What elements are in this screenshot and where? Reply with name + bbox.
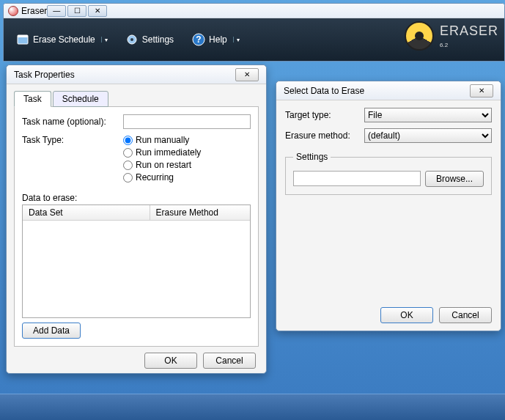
erase-schedule-label: Erase Schedule bbox=[33, 34, 95, 45]
brand-name: ERASER bbox=[440, 23, 498, 39]
tab-schedule[interactable]: Schedule bbox=[53, 91, 108, 107]
app-title: Eraser bbox=[21, 6, 47, 16]
titlebar: Eraser — ☐ ✕ bbox=[4, 4, 504, 18]
erase-schedule-menu[interactable]: Erase Schedule ▾ bbox=[11, 29, 111, 50]
tab-task[interactable]: Task bbox=[14, 91, 51, 107]
col-dataset[interactable]: Data Set bbox=[23, 205, 150, 220]
path-input[interactable] bbox=[293, 171, 421, 186]
radiation-icon bbox=[405, 21, 434, 51]
target-type-select[interactable]: File bbox=[364, 108, 492, 122]
list-header: Data Set Erasure Method bbox=[23, 205, 250, 221]
target-type-label: Target type: bbox=[285, 110, 358, 120]
dialog-titlebar: Select Data to Erase ✕ bbox=[276, 81, 501, 100]
browse-button[interactable]: Browse... bbox=[425, 171, 484, 187]
settings-label: Settings bbox=[142, 34, 174, 45]
radio-run-immediately-label: Run immediately bbox=[136, 147, 201, 158]
data-list[interactable]: Data Set Erasure Method bbox=[22, 205, 251, 318]
svg-text:?: ? bbox=[196, 34, 201, 45]
gear-icon bbox=[125, 32, 139, 47]
erasure-method-label: Erasure method: bbox=[285, 130, 358, 141]
dialog-title: Select Data to Erase bbox=[284, 86, 470, 96]
help-icon: ? bbox=[191, 32, 206, 47]
tab-panel-task: Task name (optional): Task Type: Run man… bbox=[14, 106, 259, 347]
svg-rect-1 bbox=[18, 35, 28, 37]
dialog-title: Task Properties bbox=[14, 70, 235, 80]
radio-recurring[interactable] bbox=[123, 173, 133, 183]
ok-button[interactable]: OK bbox=[144, 353, 197, 369]
ok-button[interactable]: OK bbox=[380, 307, 433, 323]
radio-run-on-restart-label: Run on restart bbox=[136, 160, 191, 170]
calendar-icon bbox=[15, 32, 30, 47]
erasure-method-select[interactable]: (default) bbox=[364, 128, 492, 143]
close-button[interactable]: ✕ bbox=[470, 84, 493, 97]
task-name-input[interactable] bbox=[123, 114, 251, 129]
taskbar[interactable] bbox=[0, 394, 505, 420]
app-close-button[interactable]: ✕ bbox=[88, 5, 107, 17]
cancel-button[interactable]: Cancel bbox=[439, 307, 492, 323]
svg-point-3 bbox=[130, 38, 133, 41]
radio-run-manually[interactable] bbox=[123, 136, 133, 145]
select-data-dialog: Select Data to Erase ✕ Target type: File… bbox=[276, 81, 501, 331]
task-type-label: Task Type: bbox=[22, 135, 117, 145]
settings-legend: Settings bbox=[293, 152, 331, 162]
radio-run-manually-label: Run manually bbox=[136, 135, 189, 145]
maximize-button[interactable]: ☐ bbox=[67, 5, 86, 17]
tabs: Task Schedule bbox=[14, 91, 259, 107]
chevron-down-icon: ▾ bbox=[233, 37, 239, 43]
settings-fieldset: Settings Browse... bbox=[285, 152, 492, 195]
brand-logo: ERASER 6.2 bbox=[405, 21, 498, 51]
help-menu[interactable]: ? Help ▾ bbox=[187, 29, 243, 50]
brand-version: 6.2 bbox=[440, 42, 448, 48]
data-to-erase-label: Data to erase: bbox=[22, 193, 251, 203]
main-window: Eraser — ☐ ✕ Erase Schedule ▾ Settings ?… bbox=[3, 3, 505, 62]
app-icon bbox=[8, 6, 18, 16]
minimize-button[interactable]: — bbox=[47, 5, 66, 17]
settings-menu[interactable]: Settings bbox=[120, 29, 178, 50]
help-label: Help bbox=[209, 34, 227, 45]
task-properties-dialog: Task Properties ✕ Task Schedule Task nam… bbox=[6, 65, 267, 374]
dialog-titlebar: Task Properties ✕ bbox=[7, 65, 266, 84]
radio-run-immediately[interactable] bbox=[123, 148, 133, 158]
chevron-down-icon: ▾ bbox=[101, 37, 107, 43]
toolbar: Erase Schedule ▾ Settings ? Help ▾ ERASE… bbox=[4, 18, 504, 61]
close-button[interactable]: ✕ bbox=[235, 68, 259, 81]
cancel-button[interactable]: Cancel bbox=[203, 353, 256, 369]
col-method[interactable]: Erasure Method bbox=[150, 205, 250, 220]
task-name-label: Task name (optional): bbox=[22, 117, 117, 127]
radio-run-on-restart[interactable] bbox=[123, 161, 133, 170]
radio-recurring-label: Recurring bbox=[136, 172, 174, 183]
add-data-button[interactable]: Add Data bbox=[22, 323, 81, 339]
